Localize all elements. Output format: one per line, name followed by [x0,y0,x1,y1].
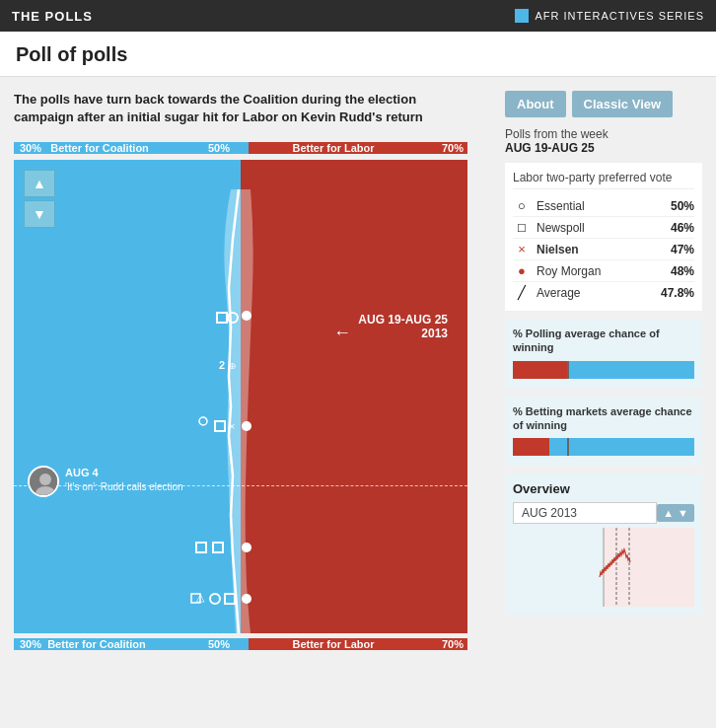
scroll-up-button[interactable]: ▲ [24,170,55,197]
svg-point-15 [242,594,251,604]
svg-point-10 [242,421,251,431]
polling-bar-red [513,361,567,379]
main-content: The polls have turn back towards the Coa… [0,77,716,669]
chart-area: ▲ ▼ AUG 4 'It's [14,160,467,633]
right-panel: About Classic View Polls from the week A… [505,91,702,655]
newspoll-value: 46% [659,221,694,235]
event-marker: AUG 4 'It's on': Rudd calls election [28,466,183,497]
svg-point-12 [242,543,251,552]
overview-section: Overview AUG 2013 ▲ ▼ [505,473,702,615]
aug-arrow-icon: ← [333,323,351,343]
poll-row-average: ╱ Average 47.8% [513,282,694,303]
bot-left-label: 30% Better for Coalition [14,638,189,650]
left-panel: The polls have turn back towards the Coa… [14,91,493,655]
poll-table: Labor two-party preferred vote ○ Essenti… [505,163,702,311]
axis-far-right-label: 70% [418,142,467,154]
event-description: 'It's on': Rudd calls election [65,480,183,493]
essential-icon: ○ [513,198,531,213]
button-row: About Classic View [505,91,702,117]
svg-rect-16 [196,543,206,552]
chart-top-axis: 30% Better for Coalition 50% Better for … [14,136,467,160]
afr-square-icon [515,9,529,23]
polls-week-label: Polls from the week [505,127,702,141]
afr-series-label: AFR INTERACTIVES SERIES [535,10,704,22]
betting-bar-container [513,438,694,456]
polling-bar-section: % Polling average chance of winning [505,319,702,389]
overview-month-label: AUG 2013 [513,502,657,524]
description-text: The polls have turn back towards the Coa… [14,91,428,126]
aug-period-label: AUG 19-AUG 25 2013 [358,313,448,340]
roymorgan-label: Roy Morgan [537,264,659,278]
polling-bar-container [513,361,694,379]
newspoll-label: Newspoll [537,221,659,235]
chevron-up-icon: ▲ [663,507,674,519]
polling-bar-tick [567,361,569,379]
site-title: THE POLLS [12,9,93,24]
mini-chart-svg [513,528,694,607]
polls-week-dates: AUG 19-AUG 25 [505,141,702,155]
bot-center-label: 50% [189,638,249,650]
roymorgan-icon: ● [513,263,531,278]
svg-rect-11 [213,543,223,552]
top-bar: THE POLLS AFR INTERACTIVES SERIES [0,0,716,32]
average-value: 47.8% [659,286,694,300]
event-date: AUG 4 [65,466,183,479]
roymorgan-value: 48% [659,264,694,278]
overview-mini-chart [513,528,694,607]
about-button[interactable]: About [505,91,566,117]
page-title: Poll of polls [16,43,700,66]
nielsen-icon: × [513,242,531,256]
poll-row-essential: ○ Essential 50% [513,195,694,217]
betting-bar-tick [567,438,569,456]
axis-right-label: Better for Labor [249,142,418,154]
classic-view-button[interactable]: Classic View [572,91,674,117]
svg-point-5 [242,311,251,321]
axis-left-label: 30% Better for Coalition [14,142,189,154]
svg-rect-22 [604,528,694,607]
afr-badge: AFR INTERACTIVES SERIES [515,9,704,23]
average-label: Average [537,286,659,300]
poll-row-nielsen: × Nielsen 47% [513,239,694,260]
svg-rect-21 [513,528,604,607]
svg-rect-8 [215,421,225,431]
poll-row-roymorgan: ● Roy Morgan 48% [513,260,694,282]
event-avatar [28,466,59,497]
nielsen-value: 47% [659,243,694,256]
chart-bottom-axis: 30% Better for Coalition 50% Better for … [14,633,467,655]
page-header: Poll of polls [0,32,716,77]
svg-text:×: × [229,420,235,432]
overview-month-selector[interactable]: ▲ ▼ [657,504,694,522]
chevron-down-icon: ▼ [678,507,688,519]
svg-point-18 [199,417,207,425]
scroll-down-button[interactable]: ▼ [24,200,55,228]
svg-text:2: 2 [219,359,225,371]
chart-controls: ▲ ▼ [24,170,55,228]
chart-wrapper: 30% Better for Coalition 50% Better for … [14,136,467,655]
bot-right-label: Better for Labor [249,638,418,650]
nielsen-label: Nielsen [537,243,659,256]
essential-label: Essential [537,199,659,213]
poll-row-newspoll: □ Newspoll 46% [513,217,694,239]
polling-bar-title: % Polling average chance of winning [513,327,694,355]
svg-rect-3 [217,313,227,323]
overview-title: Overview [513,481,694,496]
betting-bar-section: % Betting markets average chance of winn… [505,397,702,467]
overview-month-row: AUG 2013 ▲ ▼ [513,502,694,524]
chart-svg: 2 ⊕ × △ [14,160,467,633]
betting-bar-title: % Betting markets average chance of winn… [513,404,694,433]
poll-table-title: Labor two-party preferred vote [513,171,694,189]
polls-week-header: Polls from the week AUG 19-AUG 25 [505,127,702,155]
svg-text:⊕: ⊕ [229,361,237,371]
svg-point-1 [39,473,51,485]
average-icon: ╱ [513,285,531,300]
betting-bar-red [513,438,549,456]
bot-far-label: 70% [418,638,467,650]
svg-rect-14 [225,594,235,604]
event-text-block: AUG 4 'It's on': Rudd calls election [65,466,183,492]
svg-point-13 [210,594,220,604]
essential-value: 50% [659,199,694,213]
axis-center-label: 50% [189,142,249,154]
newspoll-icon: □ [513,220,531,235]
